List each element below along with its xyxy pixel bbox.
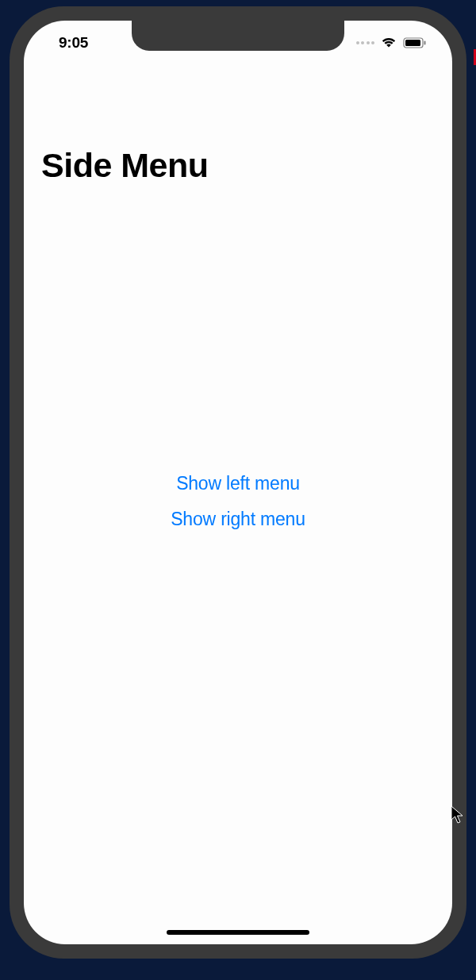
content-area: Side Menu Show left menu Show right menu [24,21,452,944]
home-indicator[interactable] [167,930,309,935]
mouse-cursor-icon [451,805,465,824]
page-title: Side Menu [41,146,452,185]
device-frame: 9:05 [10,6,466,959]
screen: 9:05 [24,21,452,944]
svg-rect-1 [405,40,420,46]
wifi-icon [381,37,397,49]
status-time: 9:05 [59,34,88,52]
cellular-dots-icon [356,41,375,44]
battery-icon [403,37,427,48]
svg-rect-2 [424,41,426,45]
show-right-menu-button[interactable]: Show right menu [171,509,305,530]
device-notch [132,21,344,51]
buttons-container: Show left menu Show right menu [24,473,452,530]
status-right-cluster [356,37,428,49]
show-left-menu-button[interactable]: Show left menu [176,473,300,494]
